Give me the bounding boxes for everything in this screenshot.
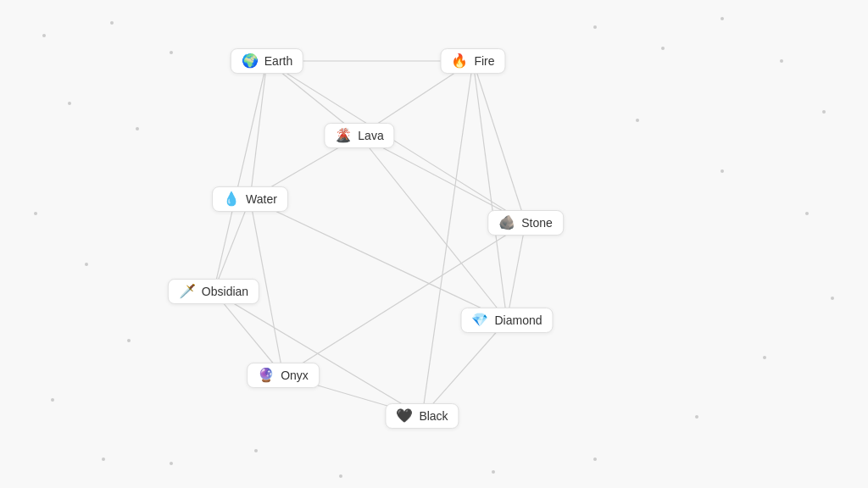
edge-water-obsidian — [214, 199, 250, 291]
edge-fire-diamond — [473, 61, 507, 320]
node-onyx[interactable]: 🔮Onyx — [247, 363, 320, 388]
bg-dot — [136, 127, 139, 130]
fire-icon: 🔥 — [451, 54, 468, 68]
bg-dot — [805, 212, 809, 215]
onyx-label: Onyx — [281, 369, 309, 382]
node-water[interactable]: 💧Water — [212, 186, 288, 212]
bg-dot — [170, 462, 173, 465]
edge-fire-stone — [473, 61, 526, 223]
bg-dot — [661, 47, 665, 50]
bg-dot — [780, 59, 783, 63]
water-label: Water — [246, 192, 277, 206]
edge-earth-water — [250, 61, 267, 199]
diamond-label: Diamond — [494, 313, 542, 327]
stone-icon: 🪨 — [498, 216, 515, 230]
edge-earth-stone — [267, 61, 526, 223]
edge-earth-obsidian — [214, 61, 267, 291]
bg-dot — [102, 458, 105, 461]
earth-label: Earth — [264, 54, 292, 68]
bg-dot — [51, 398, 54, 402]
node-obsidian[interactable]: 🗡️Obsidian — [168, 279, 259, 304]
edge-water-diamond — [250, 199, 507, 320]
edge-lava-diamond — [359, 136, 507, 320]
black-icon: 🖤 — [396, 409, 413, 423]
bg-dot — [492, 470, 495, 474]
node-black[interactable]: 🖤Black — [385, 403, 459, 429]
bg-dot — [593, 458, 597, 461]
earth-icon: 🌍 — [242, 54, 259, 68]
bg-dot — [339, 474, 342, 478]
bg-dot — [68, 102, 71, 105]
bg-dot — [34, 212, 37, 215]
node-earth[interactable]: 🌍Earth — [231, 48, 303, 74]
bg-dot — [721, 17, 724, 20]
node-lava[interactable]: 🌋Lava — [324, 123, 394, 148]
lava-label: Lava — [358, 129, 383, 142]
bg-dot — [721, 169, 724, 173]
node-stone[interactable]: 🪨Stone — [487, 210, 564, 236]
lava-icon: 🌋 — [335, 129, 352, 142]
bg-dot — [85, 263, 88, 266]
stone-label: Stone — [521, 216, 553, 230]
bg-dot — [831, 297, 834, 300]
fire-label: Fire — [474, 54, 494, 68]
bg-dot — [170, 51, 173, 54]
obsidian-icon: 🗡️ — [179, 285, 196, 298]
bg-dot — [593, 25, 597, 29]
node-fire[interactable]: 🔥Fire — [440, 48, 505, 74]
bg-dot — [763, 356, 766, 359]
black-label: Black — [419, 409, 448, 423]
edge-fire-black — [422, 61, 473, 416]
edge-obsidian-black — [214, 291, 422, 416]
bg-dot — [695, 415, 698, 419]
bg-dot — [110, 21, 114, 25]
node-diamond[interactable]: 💎Diamond — [460, 308, 553, 333]
bg-dot — [42, 34, 46, 37]
bg-dot — [254, 449, 258, 452]
obsidian-label: Obsidian — [202, 285, 248, 298]
diamond-icon: 💎 — [471, 313, 488, 327]
edge-diamond-black — [422, 320, 507, 416]
edge-stone-diamond — [507, 223, 526, 320]
edge-stone-onyx — [283, 223, 526, 375]
bg-dot — [127, 339, 131, 342]
bg-dot — [822, 110, 826, 114]
bg-dot — [636, 119, 639, 122]
water-icon: 💧 — [223, 192, 240, 206]
onyx-icon: 🔮 — [258, 369, 275, 382]
